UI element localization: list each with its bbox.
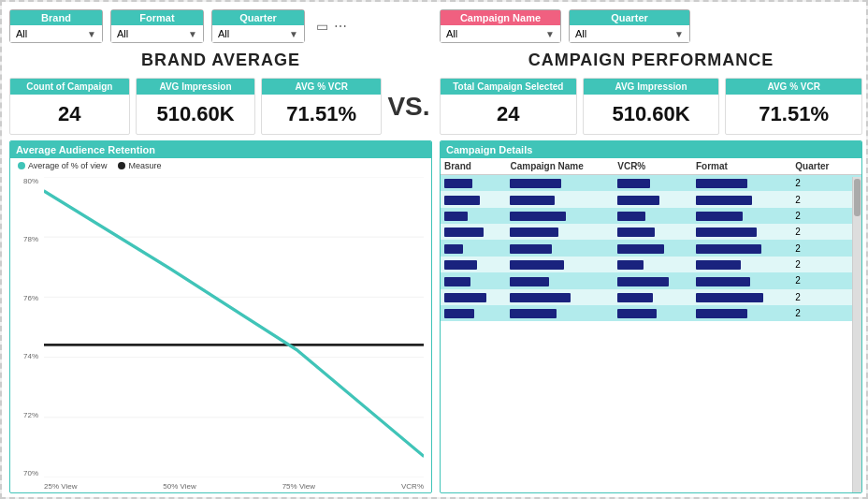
cell-brand [441,224,506,240]
brand-filter[interactable]: Brand All ▼ [9,9,103,43]
col-vcr: VCR% [614,158,692,175]
y-label-70: 70% [23,469,38,477]
quarter-filter-right[interactable]: Quarter All ▼ [569,9,690,43]
table-title: Campaign Details [441,141,861,158]
legend-measure-label: Measure [128,161,161,170]
count-campaign-label: Count of Campaign [10,79,129,95]
cell-brand [441,240,506,256]
brand-chevron-icon: ▼ [87,29,96,39]
quarter-filter-right-label: Quarter [570,10,689,25]
left-kpi-row: Count of Campaign 24 AVG Impression 510.… [9,78,382,135]
scrollbar-thumb[interactable] [854,179,861,216]
table-row: 2 [441,289,861,305]
table-row: 2 [441,240,861,256]
avg-impression-card-left: AVG Impression 510.60K [136,78,256,135]
table-wrapper[interactable]: Brand Campaign Name VCR% Format Quarter … [441,158,861,492]
cell-vcr [614,240,692,256]
cell-quarter: 2 [791,272,861,288]
cell-format [692,191,791,207]
audience-retention-chart: Average Audience Retention Average of % … [9,140,432,493]
cell-format [692,305,791,321]
cell-vcr [614,191,692,207]
quarter-filter-right-value: All [575,28,586,39]
cell-vcr [614,289,692,305]
table-row: 2 [441,272,861,288]
cell-format [692,240,791,256]
brand-filter-value: All [16,28,27,39]
format-chevron-icon: ▼ [188,29,197,39]
y-label-72: 72% [23,411,38,419]
format-filter-select[interactable]: All ▼ [111,25,203,42]
y-label-76: 76% [23,294,38,302]
cell-brand [441,191,506,207]
avg-impression-label-right: AVG Impression [584,79,719,95]
right-filter-row: Campaign Name All ▼ Quarter All ▼ [440,9,862,43]
x-label-75: 75% View [282,482,315,491]
cell-format [692,257,791,272]
cell-brand [441,208,506,224]
campaign-name-filter-label: Campaign Name [441,10,560,25]
cell-brand [441,272,506,288]
y-axis-labels: 80% 78% 76% 74% 72% 70% [10,177,42,477]
avg-vcr-label-right: AVG % VCR [726,79,861,95]
cell-format [692,289,791,305]
cell-quarter: 2 [791,257,861,272]
chart-svg [44,177,424,477]
cell-quarter: 2 [791,175,861,192]
cell-campaign-name [506,208,614,224]
scrollbar-track[interactable] [852,177,861,492]
legend-avg: Average of % of view [18,161,107,170]
cell-vcr [614,272,692,288]
left-panel: Brand All ▼ Format All ▼ Quarter All ▼ [9,9,432,493]
campaign-name-chevron-icon: ▼ [545,29,555,39]
brand-filter-select[interactable]: All ▼ [10,25,102,42]
brand-filter-label: Brand [10,10,102,25]
vs-label: VS. [385,92,432,122]
quarter-filter-left[interactable]: Quarter All ▼ [211,9,305,43]
campaign-details-table: Campaign Details Brand Campaign Name VCR… [440,140,862,493]
cell-campaign-name [506,191,614,207]
chart-title: Average Audience Retention [10,141,431,158]
legend-avg-dot [18,162,25,169]
x-label-25: 25% View [44,482,77,491]
cell-campaign-name [506,224,614,240]
legend-measure-dot [118,162,125,169]
dashboard: Brand All ▼ Format All ▼ Quarter All ▼ [2,2,868,499]
cell-quarter: 2 [791,208,861,224]
col-quarter: Quarter [791,158,861,175]
avg-vcr-card-right: AVG % VCR 71.51% [725,78,862,135]
quarter-left-chevron-icon: ▼ [289,29,298,39]
campaign-name-filter-value: All [446,28,457,39]
quarter-filter-left-value: All [218,28,229,39]
cell-campaign-name [506,305,614,321]
cell-brand [441,257,506,272]
cell-format [692,175,791,192]
expand-icon[interactable]: ▭ [316,19,328,34]
avg-impression-value-right: 510.60K [584,95,719,134]
cell-vcr [614,257,692,272]
col-campaign-name: Campaign Name [506,158,614,175]
cell-quarter: 2 [791,224,861,240]
total-campaign-label: Total Campaign Selected [441,79,576,95]
format-filter-label: Format [111,10,203,25]
cell-quarter: 2 [791,289,861,305]
cell-format [692,272,791,288]
avg-impression-label-left: AVG Impression [137,79,255,95]
count-campaign-card: Count of Campaign 24 [9,78,130,135]
format-filter[interactable]: Format All ▼ [110,9,204,43]
quarter-filter-left-label: Quarter [212,10,304,25]
cell-vcr [614,305,692,321]
cell-vcr [614,224,692,240]
chart-legend: Average of % of view Measure [10,158,431,173]
more-icon[interactable]: ⋯ [334,19,347,34]
campaign-name-filter-select[interactable]: All ▼ [441,25,560,42]
right-kpi-row: Total Campaign Selected 24 AVG Impressio… [440,78,862,135]
campaign-name-filter[interactable]: Campaign Name All ▼ [440,9,561,43]
total-campaign-card: Total Campaign Selected 24 [440,78,577,135]
quarter-filter-left-select[interactable]: All ▼ [212,25,304,42]
quarter-filter-right-select[interactable]: All ▼ [570,25,689,42]
table-body: 222222222 [441,175,861,322]
y-label-80: 80% [23,177,38,185]
col-format: Format [692,158,791,175]
total-campaign-value: 24 [441,95,576,134]
